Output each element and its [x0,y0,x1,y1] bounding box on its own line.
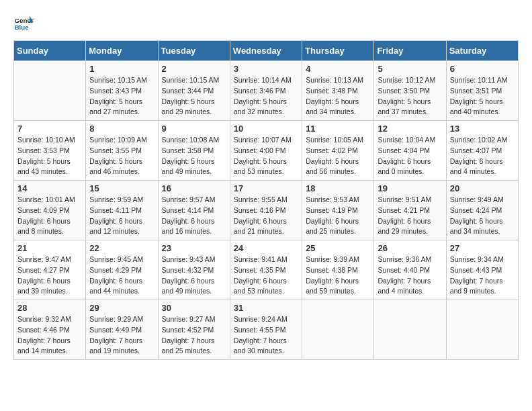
day-info: Sunrise: 10:01 AMSunset: 4:09 PMDaylight… [17,195,82,237]
day-info: Sunrise: 9:43 AMSunset: 4:32 PMDaylight:… [162,255,226,297]
calendar-day-cell: 22Sunrise: 9:45 AMSunset: 4:29 PMDayligh… [86,240,158,300]
calendar-day-cell: 28Sunrise: 9:32 AMSunset: 4:46 PMDayligh… [14,300,86,360]
day-number: 31 [234,303,298,313]
day-number: 12 [378,124,442,134]
calendar-day-cell: 20Sunrise: 9:49 AMSunset: 4:24 PMDayligh… [446,181,518,240]
calendar-day-cell: 19Sunrise: 9:51 AMSunset: 4:21 PMDayligh… [374,181,446,240]
calendar-day-cell: 13Sunrise: 10:02 AMSunset: 4:07 PMDaylig… [446,121,518,181]
logo-icon: General Blue [13,13,34,34]
day-number: 5 [378,64,442,74]
day-number: 14 [17,183,82,193]
day-info: Sunrise: 9:51 AMSunset: 4:21 PMDaylight:… [378,195,442,237]
day-info: Sunrise: 10:15 AMSunset: 3:44 PMDaylight… [162,75,226,118]
weekday-header-cell: Saturday [446,41,518,61]
calendar-day-cell: 25Sunrise: 9:39 AMSunset: 4:38 PMDayligh… [302,240,374,300]
calendar-day-cell: 23Sunrise: 9:43 AMSunset: 4:32 PMDayligh… [158,240,230,300]
calendar-week-row: 7Sunrise: 10:10 AMSunset: 3:53 PMDayligh… [14,121,519,181]
day-info: Sunrise: 9:45 AMSunset: 4:29 PMDaylight:… [89,255,154,297]
calendar-day-cell: 6Sunrise: 10:11 AMSunset: 3:51 PMDayligh… [446,61,518,121]
day-number: 7 [17,124,82,134]
day-info: Sunrise: 10:07 AMSunset: 4:00 PMDaylight… [234,135,298,177]
page-header: General Blue [13,13,519,34]
day-number: 2 [162,64,226,74]
day-number: 16 [162,183,226,193]
day-info: Sunrise: 10:08 AMSunset: 3:58 PMDaylight… [162,135,226,177]
weekday-header-cell: Sunday [14,41,86,61]
calendar-day-cell: 21Sunrise: 9:47 AMSunset: 4:27 PMDayligh… [14,240,86,300]
day-info: Sunrise: 9:36 AMSunset: 4:40 PMDaylight:… [378,255,442,297]
day-number: 11 [306,124,370,134]
calendar-day-cell: 18Sunrise: 9:53 AMSunset: 4:19 PMDayligh… [302,181,374,240]
day-info: Sunrise: 9:57 AMSunset: 4:14 PMDaylight:… [162,195,226,237]
calendar-day-cell: 1Sunrise: 10:15 AMSunset: 3:43 PMDayligh… [86,61,158,121]
day-number: 18 [306,183,370,193]
calendar-day-cell: 15Sunrise: 9:59 AMSunset: 4:11 PMDayligh… [86,181,158,240]
weekday-header-cell: Wednesday [230,41,302,61]
day-number: 9 [162,124,226,134]
day-number: 4 [306,64,370,74]
calendar-day-cell: 26Sunrise: 9:36 AMSunset: 4:40 PMDayligh… [374,240,446,300]
day-number: 17 [234,183,298,193]
day-number: 13 [450,124,515,134]
calendar-day-cell: 4Sunrise: 10:13 AMSunset: 3:48 PMDayligh… [302,61,374,121]
calendar-day-cell: 30Sunrise: 9:27 AMSunset: 4:52 PMDayligh… [158,300,230,360]
calendar-day-cell [446,300,518,360]
day-info: Sunrise: 10:11 AMSunset: 3:51 PMDaylight… [450,75,515,118]
day-number: 8 [89,124,154,134]
weekday-header-cell: Friday [374,41,446,61]
calendar-day-cell: 16Sunrise: 9:57 AMSunset: 4:14 PMDayligh… [158,181,230,240]
day-number: 26 [378,243,442,253]
day-number: 21 [17,243,82,253]
calendar-day-cell: 11Sunrise: 10:05 AMSunset: 4:02 PMDaylig… [302,121,374,181]
day-info: Sunrise: 9:34 AMSunset: 4:43 PMDaylight:… [450,255,515,297]
day-info: Sunrise: 9:55 AMSunset: 4:16 PMDaylight:… [234,195,298,237]
day-info: Sunrise: 9:39 AMSunset: 4:38 PMDaylight:… [306,255,370,297]
day-info: Sunrise: 9:24 AMSunset: 4:55 PMDaylight:… [234,314,298,357]
day-info: Sunrise: 9:29 AMSunset: 4:49 PMDaylight:… [89,314,154,357]
day-number: 25 [306,243,370,253]
weekday-header-row: SundayMondayTuesdayWednesdayThursdayFrid… [14,41,519,61]
day-info: Sunrise: 10:05 AMSunset: 4:02 PMDaylight… [306,135,370,177]
day-number: 6 [450,64,515,74]
calendar-day-cell [374,300,446,360]
calendar-day-cell: 14Sunrise: 10:01 AMSunset: 4:09 PMDaylig… [14,181,86,240]
day-info: Sunrise: 9:47 AMSunset: 4:27 PMDaylight:… [17,255,82,297]
calendar-day-cell: 10Sunrise: 10:07 AMSunset: 4:00 PMDaylig… [230,121,302,181]
calendar-day-cell: 27Sunrise: 9:34 AMSunset: 4:43 PMDayligh… [446,240,518,300]
day-info: Sunrise: 9:41 AMSunset: 4:35 PMDaylight:… [234,255,298,297]
calendar-week-row: 14Sunrise: 10:01 AMSunset: 4:09 PMDaylig… [14,181,519,240]
calendar-day-cell: 9Sunrise: 10:08 AMSunset: 3:58 PMDayligh… [158,121,230,181]
weekday-header-cell: Thursday [302,41,374,61]
day-info: Sunrise: 10:14 AMSunset: 3:46 PMDaylight… [234,75,298,118]
weekday-header-cell: Tuesday [158,41,230,61]
calendar-day-cell: 12Sunrise: 10:04 AMSunset: 4:04 PMDaylig… [374,121,446,181]
calendar-week-row: 1Sunrise: 10:15 AMSunset: 3:43 PMDayligh… [14,61,519,121]
day-number: 15 [89,183,154,193]
calendar-day-cell: 31Sunrise: 9:24 AMSunset: 4:55 PMDayligh… [230,300,302,360]
day-info: Sunrise: 9:32 AMSunset: 4:46 PMDaylight:… [17,314,82,357]
day-info: Sunrise: 10:04 AMSunset: 4:04 PMDaylight… [378,135,442,177]
calendar-week-row: 28Sunrise: 9:32 AMSunset: 4:46 PMDayligh… [14,300,519,360]
day-number: 23 [162,243,226,253]
calendar-day-cell: 2Sunrise: 10:15 AMSunset: 3:44 PMDayligh… [158,61,230,121]
day-number: 22 [89,243,154,253]
logo: General Blue [13,13,34,34]
day-number: 19 [378,183,442,193]
calendar-day-cell: 24Sunrise: 9:41 AMSunset: 4:35 PMDayligh… [230,240,302,300]
day-number: 3 [234,64,298,74]
weekday-header-cell: Monday [86,41,158,61]
calendar-day-cell: 5Sunrise: 10:12 AMSunset: 3:50 PMDayligh… [374,61,446,121]
calendar-day-cell: 7Sunrise: 10:10 AMSunset: 3:53 PMDayligh… [14,121,86,181]
day-info: Sunrise: 10:09 AMSunset: 3:55 PMDaylight… [89,135,154,177]
day-number: 29 [89,303,154,313]
day-info: Sunrise: 10:13 AMSunset: 3:48 PMDaylight… [306,75,370,118]
day-info: Sunrise: 10:12 AMSunset: 3:50 PMDaylight… [378,75,442,118]
calendar-day-cell: 17Sunrise: 9:55 AMSunset: 4:16 PMDayligh… [230,181,302,240]
calendar-day-cell: 29Sunrise: 9:29 AMSunset: 4:49 PMDayligh… [86,300,158,360]
day-number: 20 [450,183,515,193]
day-info: Sunrise: 9:53 AMSunset: 4:19 PMDaylight:… [306,195,370,237]
day-info: Sunrise: 10:10 AMSunset: 3:53 PMDaylight… [17,135,82,177]
calendar-table: SundayMondayTuesdayWednesdayThursdayFrid… [13,40,519,360]
day-number: 30 [162,303,226,313]
calendar-day-cell [14,61,86,121]
